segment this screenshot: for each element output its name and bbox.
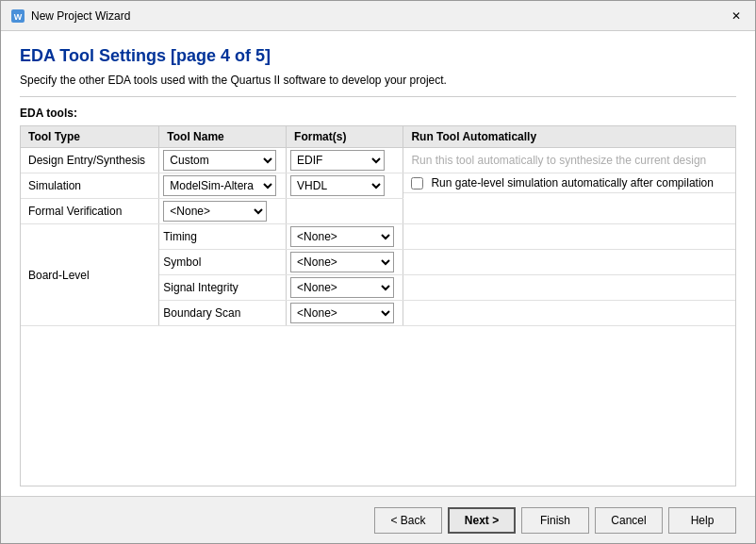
board-boundary-name-cell: Boundary Scan [159, 301, 287, 326]
design-entry-run-auto-text: Run this tool automatically to synthesiz… [411, 154, 706, 167]
simulation-tool-name-cell: ModelSim-Altera <None> ModelSim VCS VCS … [159, 173, 287, 199]
design-entry-format-select[interactable]: EDIF VHDL Verilog HDL [290, 150, 385, 171]
separator [20, 96, 736, 97]
design-entry-label: Design Entry/Synthesis [21, 148, 159, 173]
board-symbol-name-cell: Symbol [159, 250, 287, 275]
design-entry-tool-name-select[interactable]: Custom <None> Design Compiler LeonardoSp… [163, 150, 276, 171]
board-symbol-format-select[interactable]: <None> OrCAD [290, 252, 394, 272]
table-row: Simulation ModelSim-Altera <None> ModelS… [21, 173, 735, 199]
board-signal-run-auto-cell [403, 275, 735, 301]
design-entry-format-cell: EDIF VHDL Verilog HDL [287, 148, 403, 173]
page-description: Specify the other EDA tools used with th… [20, 74, 736, 87]
board-timing-name-cell: Timing [159, 224, 287, 250]
cancel-button[interactable]: Cancel [595, 507, 663, 534]
board-timing-run-auto-cell [403, 224, 735, 250]
simulation-run-auto-cell: Run gate-level simulation automatically … [403, 173, 735, 193]
formal-verification-format-cell [287, 199, 403, 224]
eda-tools-table-container: Tool Type Tool Name Format(s) Run Tool A… [20, 125, 736, 486]
simulation-format-select[interactable]: VHDL Verilog HDL [290, 175, 385, 196]
design-entry-tool-name-cell: Custom <None> Design Compiler LeonardoSp… [159, 148, 287, 173]
simulation-format-cell: VHDL Verilog HDL [287, 173, 403, 199]
table-header: Tool Type Tool Name Format(s) Run Tool A… [21, 126, 735, 148]
board-boundary-label: Boundary Scan [163, 306, 240, 320]
simulation-label: Simulation [21, 173, 159, 199]
main-content: EDA Tool Settings [page 4 of 5] Specify … [1, 31, 755, 496]
section-label: EDA tools: [20, 107, 736, 120]
board-boundary-run-auto-cell [403, 301, 735, 326]
finish-button[interactable]: Finish [521, 507, 589, 534]
board-level-label: Board-Level [21, 224, 159, 326]
next-button[interactable]: Next > [448, 507, 516, 534]
titlebar-left: W New Project Wizard [10, 8, 130, 24]
simulation-tool-name-select[interactable]: ModelSim-Altera <None> ModelSim VCS VCS … [163, 175, 276, 196]
page-title: EDA Tool Settings [page 4 of 5] [20, 46, 736, 66]
svg-text:W: W [14, 12, 23, 22]
col-run-auto: Run Tool Automatically [403, 126, 735, 148]
simulation-run-auto-checkbox[interactable] [411, 177, 423, 190]
main-window: W New Project Wizard ✕ EDA Tool Settings… [0, 0, 756, 544]
board-signal-label: Signal Integrity [163, 281, 238, 294]
board-timing-format-cell: <None> IBIS [287, 224, 403, 250]
table-body: Design Entry/Synthesis Custom <None> Des… [21, 148, 735, 326]
titlebar: W New Project Wizard ✕ [1, 1, 755, 31]
board-boundary-format-select[interactable]: <None> BSDL [290, 303, 394, 323]
board-symbol-label: Symbol [163, 256, 201, 269]
table-row: Board-Level Timing <None> IBIS [21, 224, 735, 250]
board-timing-label: Timing [163, 230, 197, 243]
footer: < Back Next > Finish Cancel Help [1, 496, 755, 543]
wizard-icon: W [10, 8, 25, 24]
formal-verification-label: Formal Verification [21, 199, 159, 224]
board-symbol-run-auto-cell [403, 250, 735, 275]
table-row: Design Entry/Synthesis Custom <None> Des… [21, 148, 735, 173]
formal-verification-run-auto-cell [403, 199, 735, 224]
help-button[interactable]: Help [668, 507, 736, 534]
back-button[interactable]: < Back [374, 507, 442, 534]
formal-verification-tool-name-cell: <None> Conformal LEC Formality [159, 199, 287, 224]
table-row: Formal Verification <None> Conformal LEC… [21, 199, 735, 224]
board-signal-format-select[interactable]: <None> IBIS [290, 277, 394, 298]
board-signal-name-cell: Signal Integrity [159, 275, 287, 301]
header-row: Tool Type Tool Name Format(s) Run Tool A… [21, 126, 735, 148]
board-symbol-format-cell: <None> OrCAD [287, 250, 403, 275]
close-button[interactable]: ✕ [727, 7, 746, 25]
board-boundary-format-cell: <None> BSDL [287, 301, 403, 326]
board-signal-format-cell: <None> IBIS [287, 275, 403, 301]
simulation-run-auto-text: Run gate-level simulation automatically … [431, 176, 713, 190]
board-timing-format-select[interactable]: <None> IBIS [290, 226, 394, 247]
design-entry-run-auto-cell: Run this tool automatically to synthesiz… [403, 148, 735, 173]
col-formats: Format(s) [287, 126, 403, 148]
formal-verification-tool-name-select[interactable]: <None> Conformal LEC Formality [163, 201, 267, 222]
eda-tools-table: Tool Type Tool Name Format(s) Run Tool A… [21, 126, 735, 326]
col-tool-type: Tool Type [21, 126, 159, 148]
col-tool-name: Tool Name [159, 126, 287, 148]
window-title: New Project Wizard [31, 9, 130, 23]
